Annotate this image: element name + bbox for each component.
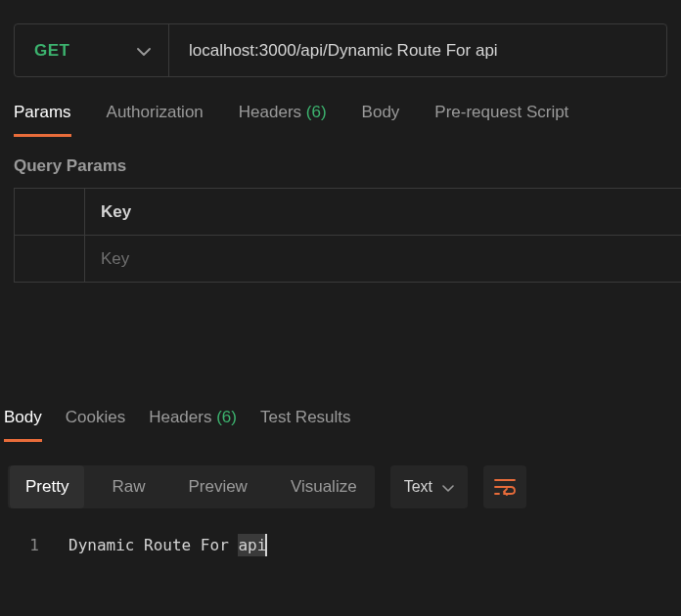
tab-label: Headers [149, 408, 211, 426]
response-code-view: 1 Dynamic Route For api [0, 534, 681, 556]
chevron-down-icon [137, 42, 151, 60]
line-number: 1 [0, 534, 68, 556]
tab-label: Test Results [260, 408, 351, 426]
checkbox-header-cell [15, 189, 85, 236]
tab-label: Cookies [66, 408, 125, 426]
tab-authorization[interactable]: Authorization [107, 103, 204, 137]
tab-label: Authorization [107, 103, 204, 121]
response-tabs: Body Cookies Headers (6) Test Results [0, 408, 681, 442]
key-placeholder: Key [101, 249, 129, 268]
view-label: Visualize [291, 477, 357, 496]
tab-params[interactable]: Params [14, 103, 71, 137]
method-selector[interactable]: GET [15, 24, 169, 76]
table-row: Key [15, 236, 682, 283]
chevron-down-icon [442, 478, 454, 496]
table-header-row: Key [15, 189, 682, 236]
format-label: Text [404, 478, 432, 496]
code-line[interactable]: Dynamic Route For api [68, 534, 266, 556]
http-method-label: GET [34, 41, 69, 61]
tab-label: Body [4, 408, 42, 426]
query-params-heading: Query Params [0, 137, 681, 188]
key-header-cell: Key [85, 189, 682, 236]
tab-label: Headers [239, 103, 301, 121]
tab-prerequest[interactable]: Pre-request Script [434, 103, 568, 137]
selected-text: api [238, 534, 266, 556]
view-label: Pretty [25, 477, 68, 496]
viewer-toolbar: Pretty Raw Preview Visualize Text [8, 465, 681, 508]
url-input[interactable] [169, 24, 666, 76]
tab-label: Params [14, 103, 71, 121]
view-raw[interactable]: Raw [112, 477, 145, 497]
checkbox-cell[interactable] [15, 236, 85, 283]
wrap-icon [494, 478, 516, 496]
tab-headers[interactable]: Headers (6) [239, 103, 327, 137]
view-mode-group: Pretty Raw Preview Visualize [8, 465, 375, 508]
response-tab-headers[interactable]: Headers (6) [149, 408, 237, 439]
text-caret [265, 534, 267, 556]
tab-label: Pre-request Script [434, 103, 568, 121]
response-tab-body[interactable]: Body [4, 408, 42, 442]
response-tab-testresults[interactable]: Test Results [260, 408, 351, 439]
code-text: Dynamic Route For [68, 536, 238, 554]
view-pretty[interactable]: Pretty [10, 465, 84, 508]
tab-count: (6) [306, 103, 327, 121]
view-label: Raw [112, 477, 145, 496]
view-preview[interactable]: Preview [188, 477, 247, 497]
tab-body[interactable]: Body [362, 103, 400, 137]
response-tab-cookies[interactable]: Cookies [66, 408, 125, 439]
view-visualize[interactable]: Visualize [291, 477, 357, 497]
key-cell[interactable]: Key [85, 236, 682, 283]
format-selector[interactable]: Text [390, 465, 468, 508]
request-tabs: Params Authorization Headers (6) Body Pr… [0, 77, 681, 137]
query-params-table: Key Key [14, 188, 681, 283]
tab-count: (6) [216, 408, 237, 426]
wrap-lines-button[interactable] [483, 465, 526, 508]
tab-label: Body [362, 103, 400, 121]
view-label: Preview [188, 477, 247, 496]
